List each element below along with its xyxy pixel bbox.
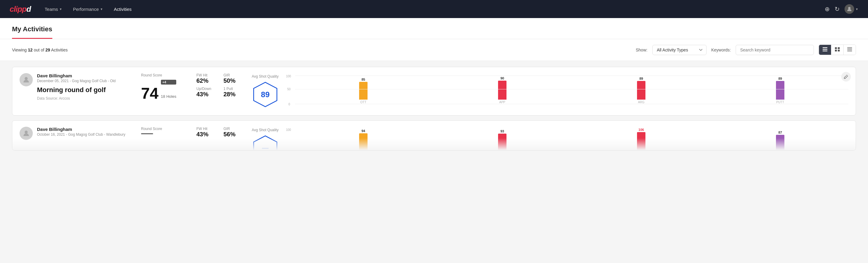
app-bar-group: 90 APP — [434, 77, 570, 104]
activity-type-select[interactable]: All Activity Types — [652, 45, 707, 55]
round-score-label: Round Score — [141, 127, 189, 131]
svg-rect-1 — [823, 47, 828, 48]
stats-section: FW Hit 62% GIR 50% Up/Down 43% 1 Putt 28… — [196, 73, 245, 98]
user-menu[interactable]: ▼ — [844, 4, 858, 14]
fw-hit-value: 43% — [196, 131, 217, 138]
activity-date: December 05, 2021 - Gog Magog Golf Club … — [37, 79, 134, 83]
gir-value: 56% — [223, 131, 245, 138]
nav-performance[interactable]: Performance ▼ — [69, 4, 107, 14]
page-title: My Activities — [12, 25, 52, 39]
data-source: Data Source: Arccos — [37, 96, 134, 100]
y-axis-100: 100 — [286, 75, 291, 78]
performance-chevron-icon: ▼ — [100, 7, 103, 11]
compact-view-button[interactable] — [844, 45, 856, 55]
activity-card: Dave Billingham October 16, 2021 - Gog M… — [12, 120, 856, 150]
user-name: Dave Billingham — [37, 73, 134, 78]
quality-score: 89 — [261, 90, 270, 99]
putt-value: 89 — [778, 77, 782, 80]
avatar — [844, 4, 854, 14]
svg-rect-6 — [835, 50, 837, 52]
avatar — [20, 73, 33, 86]
activity-card: Dave Billingham December 05, 2021 - Gog … — [12, 67, 856, 116]
activity-name: Morning round of golf — [37, 86, 134, 94]
refresh-icon[interactable]: ↻ — [835, 5, 840, 12]
svg-rect-11 — [847, 51, 852, 52]
nav-teams[interactable]: Teams ▼ — [40, 4, 66, 14]
user-menu-chevron-icon: ▼ — [856, 7, 858, 11]
arg-bar-group: 89 ARG — [573, 77, 710, 104]
user-name: Dave Billingham — [37, 127, 134, 132]
score-holes: 18 Holes — [161, 94, 176, 99]
fw-hit-stat: FW Hit 43% — [196, 127, 217, 138]
fw-hit-label: FW Hit — [196, 73, 217, 77]
svg-rect-8 — [847, 47, 852, 48]
putt-label: PUTT — [776, 100, 784, 104]
svg-point-0 — [848, 7, 850, 9]
y-axis-0: 0 — [288, 103, 290, 106]
activity-date: October 16, 2021 - Gog Magog Golf Club -… — [37, 133, 134, 137]
round-score-section: Round Score — [141, 127, 189, 134]
app-value: 90 — [500, 77, 504, 80]
round-score-label: Round Score — [141, 73, 189, 77]
gir-value: 50% — [223, 77, 245, 84]
oneputt-stat: 1 Putt 28% — [223, 87, 245, 98]
ott-label: OTT — [360, 100, 366, 104]
card-left: Dave Billingham December 05, 2021 - Gog … — [20, 73, 134, 100]
score-display: 74 +4 18 Holes — [141, 80, 189, 101]
y-axis-50: 50 — [287, 88, 290, 91]
keyword-search-input[interactable] — [736, 45, 814, 55]
app-bar — [498, 81, 506, 99]
score-placeholder — [141, 133, 153, 134]
updown-stat: Up/Down 43% — [196, 87, 217, 98]
grid-view-button[interactable] — [831, 45, 844, 55]
fw-hit-value: 62% — [196, 77, 217, 84]
svg-rect-3 — [823, 51, 828, 52]
gir-stat: GIR 50% — [223, 73, 245, 84]
round-score-section: Round Score 74 +4 18 Holes — [141, 73, 189, 101]
shot-quality-chart: 100 50 0 85 OTT — [286, 73, 848, 109]
svg-rect-2 — [823, 49, 828, 50]
svg-point-12 — [25, 77, 28, 80]
fw-hit-stat: FW Hit 62% — [196, 73, 217, 84]
arg-value: 89 — [640, 77, 643, 80]
nav-links: Teams ▼ Performance ▼ Activities — [40, 4, 815, 14]
oneputt-value: 28% — [223, 91, 245, 98]
gir-label: GIR — [223, 73, 245, 77]
putt-bar-group: 89 PUTT — [712, 77, 848, 104]
arg-label: ARG — [638, 100, 645, 104]
list-view-button[interactable] — [819, 45, 831, 55]
updown-value: 43% — [196, 91, 217, 98]
activities-list: Dave Billingham December 05, 2021 - Gog … — [0, 61, 868, 156]
keywords-label: Keywords: — [711, 48, 731, 52]
svg-rect-4 — [835, 47, 837, 49]
filter-bar: Viewing 12 out of 29 Activities Show: Al… — [0, 39, 868, 61]
svg-point-14 — [25, 130, 28, 134]
svg-rect-5 — [838, 47, 840, 49]
ott-bar — [359, 82, 368, 99]
add-icon[interactable]: ⊕ — [825, 5, 830, 12]
svg-rect-9 — [847, 49, 852, 49]
app-label: APP — [499, 100, 505, 104]
fw-hit-label: FW Hit — [196, 127, 217, 131]
stats-section: FW Hit 43% GIR 56% — [196, 127, 245, 138]
navbar: clippd Teams ▼ Performance ▼ Activities … — [0, 0, 868, 18]
updown-label: Up/Down — [196, 87, 217, 91]
gir-label: GIR — [223, 127, 245, 131]
svg-rect-10 — [847, 50, 852, 50]
show-label: Show: — [636, 48, 648, 52]
quality-hexagon: 89 — [252, 81, 279, 108]
putt-bar — [776, 81, 784, 99]
page-header: My Activities — [0, 18, 868, 39]
ott-bar-group: 85 OTT — [295, 78, 432, 104]
nav-activities[interactable]: Activities — [110, 4, 136, 14]
nav-actions: ⊕ ↻ ▼ — [825, 4, 858, 14]
avg-shot-quality-section: Avg Shot Quality 89 100 50 0 — [252, 73, 848, 109]
quality-label: Avg Shot Quality — [252, 74, 279, 79]
arg-bar — [637, 81, 645, 99]
card-user-info: Dave Billingham December 05, 2021 - Gog … — [37, 73, 134, 100]
logo[interactable]: clippd — [10, 4, 31, 14]
svg-rect-7 — [838, 50, 840, 52]
quality-label: Avg Shot Quality — [252, 128, 279, 132]
card-user-info: Dave Billingham October 16, 2021 - Gog M… — [37, 127, 134, 137]
view-toggles — [819, 45, 856, 55]
